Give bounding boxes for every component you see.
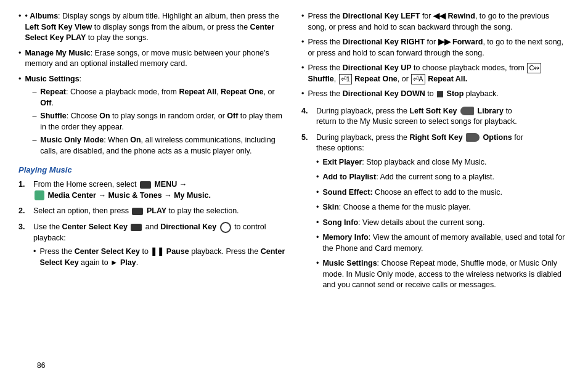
step-content: Select an option, then press PLAY to pla… — [33, 206, 287, 217]
step-number: 3. — [18, 222, 28, 233]
list-item: • Albums: Display songs by album title. … — [18, 11, 287, 44]
list-item: Press the Directional Key DOWN to Stop p… — [301, 89, 570, 100]
list-item: Repeat: Choose a playback mode, from Rep… — [32, 87, 287, 108]
page-content: • Albums: Display songs by album title. … — [18, 11, 570, 300]
menu-icon — [140, 181, 151, 189]
list-item: Press the Directional Key RIGHT for ▶▶ F… — [301, 37, 570, 59]
step-number: 4. — [301, 106, 311, 117]
music-settings-subitems: Repeat: Choose a playback mode, from Rep… — [32, 87, 287, 157]
music-settings-bold: Music Settings — [25, 75, 79, 83]
list-item: Manage My Music: Erase songs, or move mu… — [18, 48, 287, 70]
list-item: Memory Info: View the amount of memory a… — [316, 232, 570, 254]
list-item: Press the Directional Key LEFT for ◀◀ Re… — [301, 11, 570, 33]
play-button-icon — [132, 208, 143, 215]
left-soft-key-icon — [460, 107, 474, 115]
step-content: Use the Center Select Key and Directiona… — [33, 222, 287, 273]
step-number: 5. — [301, 133, 311, 144]
right-soft-key-icon — [466, 133, 480, 142]
right-column: Press the Directional Key LEFT for ◀◀ Re… — [301, 11, 570, 300]
list-item: 2. Select an option, then press PLAY to … — [18, 206, 287, 217]
media-center-icon — [35, 190, 44, 200]
playing-music-steps: 1. From the Home screen, select MENU → M… — [18, 179, 287, 272]
directional-key-icon — [220, 222, 231, 233]
options-subbullets: Exit Player: Stop playback and close My … — [316, 157, 570, 291]
right-numbered-list: 4. During playback, press the Left Soft … — [301, 106, 570, 295]
top-bullets: • Albums: Display songs by album title. … — [18, 11, 287, 159]
shuffle-icon: C↭ — [527, 63, 541, 73]
right-bullets: Press the Directional Key LEFT for ◀◀ Re… — [301, 11, 570, 100]
playing-music-title: Playing Music — [18, 165, 287, 174]
list-item: Press the Directional Key UP to choose p… — [301, 63, 570, 84]
music-only-bold: Music Only Mode — [40, 136, 104, 144]
page-number: 86 — [37, 361, 45, 370]
step-content: From the Home screen, select MENU → Medi… — [33, 179, 287, 201]
center-select-icon — [131, 224, 142, 231]
repeat-one-icon: ⏎1 — [339, 74, 352, 84]
list-item: 5. During playback, press the Right Soft… — [301, 133, 570, 295]
list-item: Song Info: View details about the curren… — [316, 218, 570, 229]
repeat-all-icon: ⏎A — [411, 74, 425, 84]
list-item: Music Settings: Repeat: Choose a playbac… — [18, 74, 287, 160]
left-column: • Albums: Display songs by album title. … — [18, 11, 287, 300]
repeat-bold: Repeat — [40, 88, 66, 96]
list-item: 1. From the Home screen, select MENU → M… — [18, 179, 287, 201]
step-content: During playback, press the Left Soft Key… — [316, 106, 570, 128]
list-item: Shuffle: Choose On to play songs in rand… — [32, 111, 287, 133]
manage-music-bold: Manage My Music — [25, 49, 90, 57]
stop-icon — [437, 91, 443, 97]
step-content: During playback, press the Right Soft Ke… — [316, 133, 570, 295]
step-number: 2. — [18, 206, 28, 217]
albums-bold: Albums — [30, 12, 58, 20]
control-subbullets: Press the Center Select Key to ❚❚ Pause … — [33, 247, 287, 268]
list-item: 4. During playback, press the Left Soft … — [301, 106, 570, 128]
list-item: Sound Effect: Choose an effect to add to… — [316, 187, 570, 198]
list-item: Music Only Mode: When On, all wireless c… — [32, 135, 287, 157]
list-item: Press the Center Select Key to ❚❚ Pause … — [33, 247, 287, 268]
shuffle-bold: Shuffle — [40, 112, 66, 120]
list-item: Music Settings: Choose Repeat mode, Shuf… — [316, 258, 570, 291]
list-item: Exit Player: Stop playback and close My … — [316, 157, 570, 168]
list-item: Add to Playlist: Add the current song to… — [316, 172, 570, 183]
left-soft-key-view: Left Soft Key View — [25, 23, 92, 31]
list-item: Skin: Choose a theme for the music playe… — [316, 202, 570, 213]
list-item: 3. Use the Center Select Key and Directi… — [18, 222, 287, 273]
step-number: 1. — [18, 179, 28, 190]
